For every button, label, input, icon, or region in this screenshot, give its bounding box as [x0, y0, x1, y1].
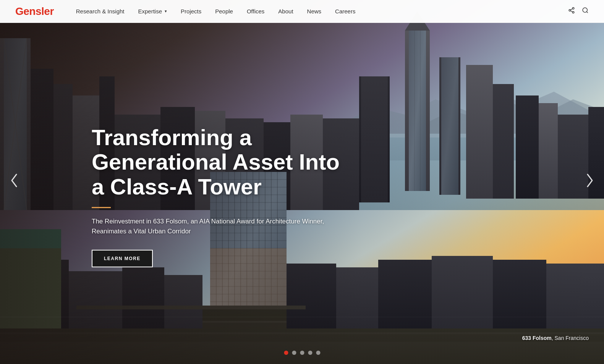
- svg-point-0: [572, 8, 574, 10]
- svg-line-6: [586, 11, 588, 13]
- hero-dot-4[interactable]: [308, 351, 312, 355]
- hero-dot-2[interactable]: [292, 351, 296, 355]
- site-logo[interactable]: Gensler: [15, 5, 54, 18]
- svg-line-4: [570, 9, 572, 10]
- hero-subtitle: The Reinvestment in 633 Folsom, an AIA N…: [92, 217, 351, 236]
- svg-line-3: [570, 11, 572, 12]
- nav-item-news[interactable]: News: [300, 0, 329, 23]
- hero-prev-button[interactable]: [4, 165, 24, 199]
- hero-image-caption: 633 Folsom, San Francisco: [522, 335, 589, 341]
- search-icon[interactable]: [582, 7, 589, 16]
- nav-item-careers[interactable]: Careers: [328, 0, 362, 23]
- hero-dot-5[interactable]: [316, 351, 320, 355]
- nav-item-research[interactable]: Research & Insight: [69, 0, 131, 23]
- svg-point-2: [572, 11, 574, 13]
- share-icon[interactable]: [568, 7, 575, 16]
- hero-slide-dots: [284, 351, 320, 355]
- hero-dot-3[interactable]: [300, 351, 304, 355]
- hero-cta-button[interactable]: LEARN MORE: [92, 250, 153, 267]
- header-icons: [568, 7, 589, 16]
- hero-title: Transforming a Generational Asset Into a…: [92, 125, 351, 199]
- nav-item-projects[interactable]: Projects: [174, 0, 208, 23]
- hero-content: Transforming a Generational Asset Into a…: [92, 125, 351, 267]
- nav-item-expertise[interactable]: Expertise: [131, 0, 174, 23]
- hero-next-button[interactable]: [580, 165, 600, 199]
- svg-point-5: [583, 8, 587, 12]
- nav-item-about[interactable]: About: [271, 0, 300, 23]
- nav-item-offices[interactable]: Offices: [240, 0, 271, 23]
- svg-point-1: [569, 10, 571, 11]
- hero-section: Transforming a Generational Asset Into a…: [0, 0, 604, 364]
- site-header: Gensler Research & Insight Expertise Pro…: [0, 0, 604, 23]
- hero-divider: [92, 207, 111, 208]
- main-nav: Research & Insight Expertise Projects Pe…: [69, 0, 568, 23]
- hero-dot-1[interactable]: [284, 351, 288, 355]
- nav-item-people[interactable]: People: [208, 0, 240, 23]
